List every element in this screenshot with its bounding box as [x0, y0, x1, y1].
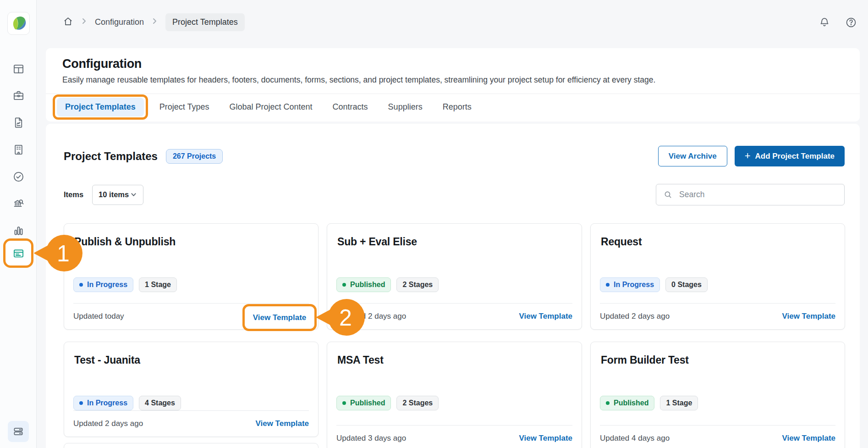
section-actions: View Archive + Add Project Template	[658, 146, 845, 166]
chevron-right-icon	[82, 17, 87, 27]
template-card: MSA Test Published 2 Stages Updated 3 da…	[327, 342, 582, 448]
template-name: Publish & Unpublish	[74, 236, 308, 248]
templates-panel: Project Templates 267 Projects View Arch…	[46, 124, 860, 448]
status-badge: In Progress	[600, 277, 660, 292]
stage-badge: 0 Stages	[665, 277, 708, 292]
tab-label: Project Templates	[65, 102, 136, 111]
page-header-panel: Configuration Easily manage reusable tem…	[46, 48, 860, 122]
sidebar-item-system[interactable]	[8, 421, 29, 442]
template-name: Sub + Eval Elise	[337, 236, 571, 248]
search-icon	[663, 190, 673, 199]
search-input[interactable]	[678, 189, 837, 200]
stage-badge: 4 Stages	[139, 396, 181, 410]
status-badge: Published	[336, 396, 391, 410]
app-logo[interactable]	[7, 12, 30, 35]
card-footer: Updated 2 days ago View Template	[73, 410, 309, 437]
notifications-button[interactable]	[819, 17, 830, 28]
status-badge: In Progress	[73, 396, 133, 410]
help-button[interactable]	[845, 17, 857, 28]
app-screen: Configuration Project Templates	[0, 0, 868, 448]
projects-count-badge: 267 Projects	[166, 149, 223, 164]
status-dot-icon	[606, 401, 610, 405]
status-badge: In Progress	[73, 277, 133, 292]
view-template-link[interactable]: View Template	[519, 434, 572, 443]
sidebar-item-analytics[interactable]	[0, 219, 37, 241]
filter-row: Items 10 items	[64, 184, 845, 205]
status-label: In Progress	[614, 281, 654, 289]
items-label: Items	[64, 190, 83, 199]
sidebar-item-documents[interactable]	[0, 111, 37, 133]
search-box	[656, 184, 845, 205]
badge-row: In Progress 4 Stages	[73, 396, 309, 410]
dashboard-icon	[12, 63, 25, 75]
view-template-link[interactable]: View Template	[519, 312, 572, 321]
page-description: Easily manage reusable templates for hea…	[62, 75, 843, 85]
view-template-link[interactable]: View Template	[255, 419, 309, 428]
stage-badge: 2 Stages	[396, 277, 439, 292]
updated-text: Updated 2 days ago	[73, 419, 143, 428]
breadcrumb-project-templates[interactable]: Project Templates	[165, 13, 245, 31]
updated-text: Updated today	[73, 312, 124, 321]
updated-text: Updated 3 days ago	[336, 434, 406, 443]
template-card: Test - Juanita In Progress 4 Stages Upda…	[64, 342, 319, 437]
add-project-template-button[interactable]: + Add Project Template	[735, 146, 845, 166]
template-name: Form Builder Test	[601, 354, 835, 366]
sidebar-item-company[interactable]	[0, 138, 37, 160]
status-dot-icon	[79, 283, 83, 287]
tab-project-types[interactable]: Project Types	[155, 98, 214, 116]
items-per-page-select[interactable]: 10 items	[92, 185, 143, 205]
home-icon[interactable]	[63, 16, 73, 29]
building-icon	[12, 144, 25, 156]
tab-contracts[interactable]: Contracts	[328, 98, 373, 116]
help-icon	[845, 17, 857, 28]
add-button-label: Add Project Template	[755, 152, 835, 161]
tab-project-templates[interactable]: Project Templates	[57, 98, 144, 116]
status-label: In Progress	[87, 281, 127, 289]
badge-row: Published 1 Stage	[600, 396, 835, 410]
sidebar-item-tasks[interactable]	[0, 166, 37, 188]
badge-row: In Progress 0 Stages	[600, 277, 835, 292]
tab-bar: Project Templates Project Types Global P…	[46, 94, 860, 120]
breadcrumb-configuration[interactable]: Configuration	[95, 17, 144, 27]
status-dot-icon	[342, 283, 346, 287]
view-template-link[interactable]: View Template	[782, 312, 835, 321]
status-dot-icon	[79, 401, 83, 405]
stage-badge: 1 Stage	[139, 277, 177, 292]
sidebar	[0, 0, 37, 448]
sidebar-item-projects[interactable]	[0, 84, 37, 106]
template-card: Form Builder Test Published 1 Stage Upda…	[590, 342, 845, 448]
template-card: Request In Progress 0 Stages Updated 2 d…	[590, 223, 845, 330]
tab-global-project-content[interactable]: Global Project Content	[225, 98, 317, 116]
template-name: Test - Juanita	[74, 354, 308, 366]
badge-row: Published 2 Stages	[336, 396, 572, 410]
template-name: MSA Test	[337, 354, 571, 366]
topbar: Configuration Project Templates	[37, 0, 868, 44]
card-footer: Updated 3 days ago View Template	[336, 425, 572, 448]
status-label: Published	[350, 281, 385, 289]
document-icon	[12, 116, 25, 129]
tab-reports[interactable]: Reports	[438, 98, 476, 116]
leaf-logo-icon	[10, 14, 28, 33]
sidebar-item-sourcing[interactable]	[0, 192, 37, 214]
view-template-link[interactable]: View Template	[782, 434, 835, 443]
tab-suppliers[interactable]: Suppliers	[384, 98, 427, 116]
card-footer: Updated 2 days ago View Template	[336, 303, 572, 329]
briefcase-icon	[12, 89, 25, 102]
status-label: Published	[614, 399, 648, 407]
annotation-ring-view-template: View Template	[242, 304, 317, 331]
card-footer: Updated 2 days ago View Template	[600, 303, 835, 329]
view-archive-button[interactable]: View Archive	[658, 146, 727, 166]
card-footer: Updated 4 days ago View Template	[600, 425, 835, 448]
sidebar-item-templates[interactable]	[7, 243, 29, 264]
sidebar-item-dashboard[interactable]	[0, 58, 37, 80]
view-template-link[interactable]: View Template	[253, 313, 307, 322]
updated-text: Updated 2 days ago	[600, 312, 670, 321]
section-header: Project Templates 267 Projects View Arch…	[64, 124, 845, 166]
institution-search-icon	[12, 197, 25, 210]
chevron-down-icon	[130, 191, 137, 198]
template-card: Sub + Eval Elise Published 2 Stages Upda…	[327, 223, 582, 330]
status-dot-icon	[342, 401, 346, 405]
chevron-right-icon	[152, 17, 157, 27]
badge-row: Published 2 Stages	[336, 277, 572, 292]
template-name: Request	[601, 236, 835, 248]
